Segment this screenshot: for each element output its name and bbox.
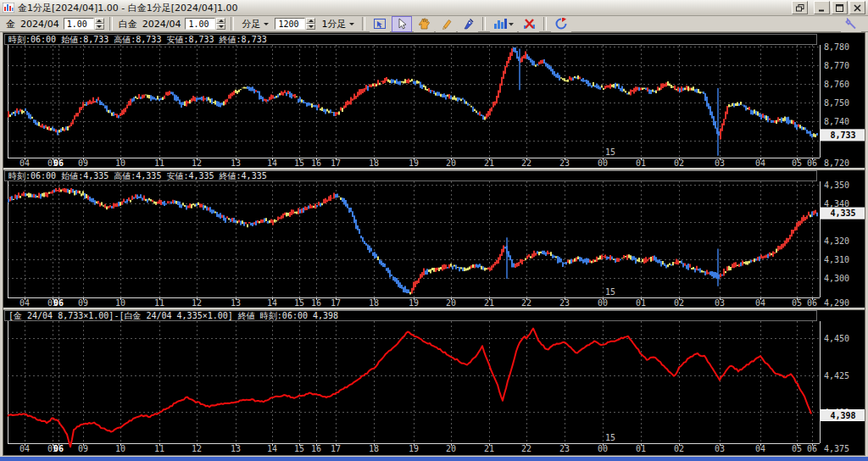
gold-multiplier-down-button[interactable] (95, 24, 104, 30)
gold-multiplier-spinner: 1.00 (64, 18, 104, 30)
svg-text:4,290: 4,290 (824, 298, 849, 308)
svg-text:23: 23 (559, 298, 570, 308)
svg-text:16: 16 (311, 444, 321, 453)
svg-text:04: 04 (19, 298, 30, 308)
window-title: 金1分足[2024/04]1.00 - 白金1分足[2024/04]1.00 (18, 2, 238, 14)
chart-region: 時刻:06:00 始値:8,733 高値:8,733 安値:8,733 終値:8… (3, 32, 865, 456)
svg-text:4,300: 4,300 (824, 274, 849, 283)
svg-text:4,340: 4,340 (824, 199, 849, 208)
svg-text:11: 11 (154, 444, 164, 453)
platinum-candlestick-chart[interactable]: 時刻:06:00 始値:4,335 高値:4,335 安値:4,335 終値:4… (3, 170, 865, 308)
toolbar-separator (109, 17, 113, 31)
period-label: 1分足 (321, 18, 346, 31)
platinum-multiplier-value[interactable]: 1.00 (185, 18, 215, 30)
svg-text:8,740: 8,740 (824, 117, 849, 126)
svg-text:09: 09 (78, 298, 88, 308)
svg-text:19: 19 (409, 158, 419, 168)
svg-text:時刻:06:00 始値:8,733 高値:8,733 安値:: 時刻:06:00 始値:8,733 高値:8,733 安値:8,733 終値:8… (8, 35, 267, 44)
svg-text:23: 23 (559, 158, 570, 168)
svg-text:4,335: 4,335 (830, 208, 855, 218)
svg-text:12: 12 (192, 158, 202, 168)
popout-icon (796, 4, 804, 12)
bar-count-value[interactable]: 1200 (275, 18, 305, 30)
svg-text:8,733: 8,733 (830, 131, 855, 140)
svg-text:時刻:06:00 始値:4,335 高値:4,335 安値:: 時刻:06:00 始値:4,335 高値:4,335 安値:4,335 終値:4… (8, 171, 267, 181)
pointer-tool-button[interactable] (392, 16, 412, 32)
svg-text:16: 16 (311, 158, 321, 168)
chart-range-icon (373, 18, 387, 30)
svg-text:20: 20 (446, 444, 456, 453)
svg-text:13: 13 (231, 298, 241, 308)
app-icon (3, 3, 14, 13)
maximize-button[interactable] (832, 1, 848, 14)
pen-tool-button[interactable] (458, 16, 478, 32)
gold-multiplier-up-button[interactable] (95, 18, 104, 24)
svg-text:[金 24/04 8,733×1.00]-[白金 24/04: [金 24/04 8,733×1.00]-[白金 24/04 4,335×1.0… (8, 311, 338, 320)
range-select-tool-button[interactable] (370, 16, 390, 32)
svg-text:04: 04 (755, 444, 765, 453)
platinum-multiplier-down-button[interactable] (216, 24, 225, 30)
popout-button[interactable] (792, 1, 808, 14)
svg-text:14: 14 (267, 444, 277, 453)
svg-text:17: 17 (331, 298, 341, 308)
spread-line-chart[interactable]: [金 24/04 8,733×1.00]-[白金 24/04 4,335×1.0… (3, 310, 865, 455)
svg-text:8,750: 8,750 (824, 98, 849, 108)
toolbar-separator (482, 17, 486, 31)
svg-text:01: 01 (636, 158, 646, 168)
chevron-down-icon (349, 23, 354, 25)
chart-window: 金1分足[2024/04]1.00 - 白金1分足[2024/04]1.00 (0, 0, 868, 461)
hand-tool-button[interactable] (414, 16, 434, 32)
svg-text:04: 04 (19, 444, 30, 453)
svg-text:21: 21 (484, 298, 494, 308)
svg-text:13: 13 (231, 444, 241, 453)
gold-candlestick-chart[interactable]: 時刻:06:00 始値:8,733 高値:8,733 安値:8,733 終値:8… (3, 34, 865, 168)
svg-text:04: 04 (19, 158, 30, 168)
settings-wrench-button[interactable] (841, 16, 861, 32)
svg-text:01: 01 (636, 298, 646, 308)
svg-text:15: 15 (605, 287, 615, 297)
minimize-button[interactable] (814, 1, 830, 14)
close-icon (854, 4, 861, 12)
svg-text:06: 06 (807, 298, 817, 308)
svg-text:11: 11 (154, 158, 164, 168)
period-type-dropdown[interactable]: 分足 (239, 17, 271, 31)
svg-text:21: 21 (484, 158, 494, 168)
platinum-label: 白金 (119, 18, 137, 31)
bar-count-spinner: 1200 (275, 18, 315, 30)
svg-text:12: 12 (192, 298, 202, 308)
toolbar-separator (362, 17, 365, 31)
platinum-multiplier-up-button[interactable] (216, 18, 225, 24)
svg-text:15: 15 (294, 158, 304, 168)
svg-text:04: 04 (755, 298, 765, 308)
svg-text:09: 09 (78, 444, 88, 453)
chevron-down-icon (264, 23, 269, 25)
svg-text:15: 15 (605, 147, 615, 157)
svg-text:21: 21 (484, 444, 494, 453)
svg-text:17: 17 (331, 158, 341, 168)
svg-text:14: 14 (267, 298, 277, 308)
svg-text:03: 03 (715, 298, 725, 308)
svg-text:00: 00 (598, 444, 608, 453)
chart-style-button[interactable] (490, 16, 517, 32)
gold-multiplier-value[interactable]: 1.00 (64, 18, 94, 30)
svg-text:17: 17 (331, 444, 341, 453)
bar-count-down-button[interactable] (306, 24, 315, 30)
refresh-button[interactable] (551, 16, 571, 32)
period-type-label: 分足 (242, 18, 260, 31)
svg-text:05: 05 (792, 444, 802, 453)
svg-text:15: 15 (294, 298, 304, 308)
close-button[interactable] (849, 1, 865, 14)
svg-text:01: 01 (636, 444, 646, 453)
svg-text:03: 03 (715, 444, 725, 453)
bar-count-up-button[interactable] (306, 18, 315, 24)
pen-icon (462, 18, 475, 30)
title-bar[interactable]: 金1分足[2024/04]1.00 - 白金1分足[2024/04]1.00 (0, 0, 868, 16)
pencil-tool-button[interactable] (436, 16, 456, 32)
delete-drawings-button[interactable] (519, 16, 539, 32)
pencil-icon (440, 18, 453, 30)
svg-text:4,375: 4,375 (824, 444, 849, 453)
svg-text:20: 20 (446, 158, 456, 168)
period-dropdown[interactable]: 1分足 (319, 17, 357, 31)
svg-text:18: 18 (369, 298, 379, 308)
svg-text:22: 22 (521, 298, 531, 308)
